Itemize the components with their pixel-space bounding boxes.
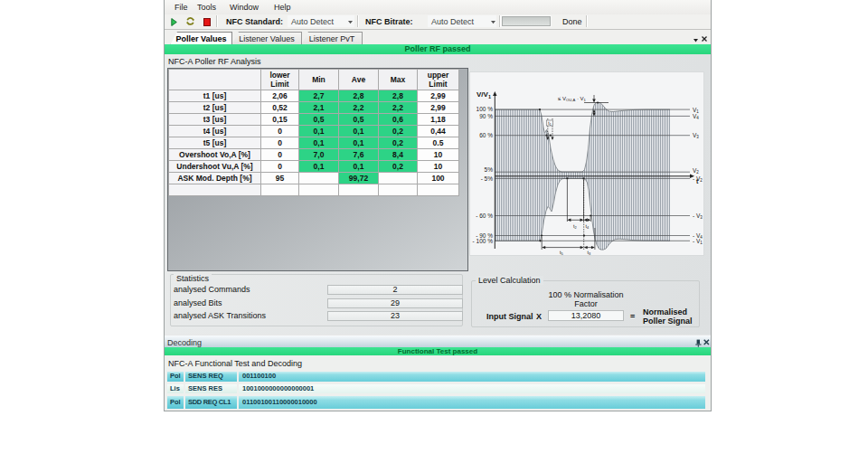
svg-text:V3: V3 [693, 132, 699, 139]
svg-text:t3: t3 [588, 250, 592, 256]
svg-text:- 5%: - 5% [481, 175, 494, 182]
svg-text:5%: 5% [485, 166, 494, 173]
svg-text:- V3: - V3 [693, 213, 703, 220]
svg-text:60 %: 60 % [479, 132, 493, 138]
svg-text:t2: t2 [573, 223, 578, 230]
svg-text:100 %: 100 % [476, 106, 494, 112]
svg-text:≤ VOU,A · V1: ≤ VOU,A · V1 [558, 96, 587, 103]
svg-text:V2: V2 [693, 167, 699, 175]
svg-text:t5: t5 [560, 250, 564, 256]
svg-text:- 100 %: - 100 % [473, 238, 494, 244]
svg-text:t4: t4 [586, 223, 590, 230]
svg-text:- 60 %: - 60 % [476, 213, 493, 219]
svg-text:V4: V4 [693, 113, 699, 120]
svg-text:V/V1: V/V1 [476, 90, 491, 99]
svg-text:90 %: 90 % [479, 113, 493, 119]
